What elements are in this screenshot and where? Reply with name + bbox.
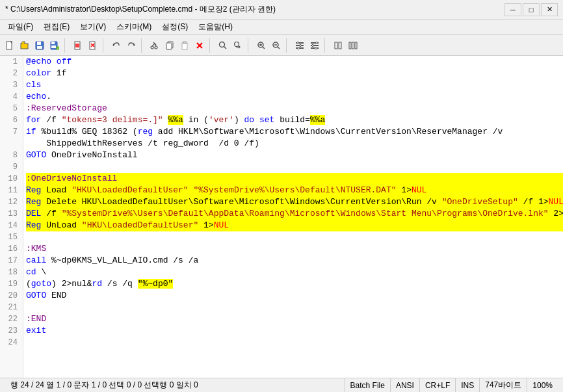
code-line: echo. — [26, 91, 563, 103]
toolbar-settings1[interactable] — [293, 38, 307, 53]
svg-point-20 — [155, 46, 157, 49]
menu-file[interactable]: 파일(F) — [3, 20, 38, 34]
svg-line-21 — [152, 44, 155, 46]
svg-rect-25 — [166, 43, 172, 49]
toolbar-column1[interactable] — [331, 38, 345, 53]
svg-rect-5 — [37, 46, 42, 49]
toolbar-open[interactable] — [18, 38, 32, 53]
editor-content[interactable]: 123456789101112131415161718192021222324 … — [0, 56, 563, 378]
toolbar-sep2 — [103, 38, 107, 53]
svg-point-45 — [300, 44, 302, 46]
toolbar-sep1 — [64, 38, 68, 53]
minimize-button[interactable]: ─ — [504, 3, 521, 16]
code-line — [26, 161, 563, 173]
line-number: 7 — [3, 126, 18, 138]
menu-bar: 파일(F) 편집(E) 보기(V) 스키마(M) 설정(S) 도움말(H) — [0, 20, 563, 35]
svg-rect-2 — [21, 44, 28, 49]
toolbar-save[interactable] — [33, 38, 47, 53]
line-numbers: 123456789101112131415161718192021222324 — [0, 56, 23, 378]
code-line: exit — [26, 325, 563, 337]
status-zoom[interactable]: 100% — [527, 378, 558, 392]
line-number: 8 — [3, 150, 18, 161]
toolbar-close2[interactable] — [86, 38, 100, 53]
line-number: 22 — [3, 313, 18, 325]
code-line: Reg UnLoad "HKU\LoadedDefaultUser" 1>NUL — [26, 220, 563, 231]
svg-rect-0 — [7, 42, 12, 49]
toolbar-paste[interactable] — [177, 38, 192, 53]
code-line: cls — [26, 79, 563, 91]
toolbar-copy[interactable] — [163, 38, 177, 53]
svg-point-32 — [235, 42, 239, 46]
code-line: GOTO END — [26, 290, 563, 302]
status-filetype[interactable]: Batch File — [345, 378, 391, 392]
line-number: 2 — [3, 68, 18, 79]
line-number: 12 — [3, 196, 18, 208]
close-button[interactable]: ✕ — [541, 3, 558, 16]
code-area[interactable]: @echo offcolor 1fclsecho.:ReservedStorag… — [23, 56, 563, 378]
code-line: :ReservedStorage — [26, 103, 563, 114]
code-line — [26, 337, 563, 348]
toolbar-save-as[interactable] — [47, 38, 62, 53]
status-line-ending[interactable]: CR+LF — [420, 378, 456, 392]
menu-settings[interactable]: 설정(S) — [157, 20, 193, 34]
line-number: 3 — [3, 79, 18, 91]
svg-point-30 — [220, 42, 225, 47]
menu-view[interactable]: 보기(V) — [75, 20, 111, 34]
svg-point-52 — [315, 47, 317, 49]
toolbar-settings2[interactable] — [308, 38, 322, 53]
svg-line-39 — [278, 47, 280, 49]
toolbar-delete[interactable] — [192, 38, 207, 53]
line-number: 23 — [3, 325, 18, 337]
line-number: 21 — [3, 302, 18, 313]
line-number: 13 — [3, 208, 18, 220]
toolbar — [0, 35, 563, 56]
status-position: 행 24 / 24 열 1 / 0 문자 1 / 0 선택 0 / 0 선택행 … — [5, 378, 345, 392]
line-number: 11 — [3, 185, 18, 196]
code-line: call %~dp0KMS_VL_ALL_AIO.cmd /s /a — [26, 255, 563, 267]
code-line: Reg Delete HKU\LoadedDefaultUser\Softwar… — [26, 196, 563, 208]
toolbar-column2[interactable] — [346, 38, 360, 53]
code-line: color 1f — [26, 68, 563, 79]
menu-help[interactable]: 도움말(H) — [193, 20, 238, 34]
editor[interactable]: 123456789101112131415161718192021222324 … — [0, 56, 563, 378]
svg-rect-4 — [37, 42, 41, 45]
toolbar-undo[interactable] — [109, 38, 124, 53]
line-number: 15 — [3, 231, 18, 243]
code-line: DEL /f "%SystemDrive%\Users\Default\AppD… — [26, 208, 563, 220]
toolbar-sep6 — [286, 38, 290, 53]
status-filesize: 747바이트 — [480, 378, 527, 392]
svg-point-46 — [298, 47, 300, 49]
svg-rect-7 — [51, 42, 55, 44]
toolbar-sep5 — [248, 38, 252, 53]
code-line: Reg Load "HKU\LoadedDefaultUser" "%Syste… — [26, 185, 563, 196]
maximize-button[interactable]: □ — [523, 3, 540, 16]
toolbar-new[interactable] — [3, 38, 17, 53]
line-number: 20 — [3, 290, 18, 302]
code-line: :END — [26, 313, 563, 325]
toolbar-sep4 — [209, 38, 213, 53]
toolbar-zoom-out[interactable] — [269, 38, 283, 53]
toolbar-find[interactable] — [216, 38, 230, 53]
code-line: @echo off — [26, 56, 563, 68]
line-number: 18 — [3, 267, 18, 278]
code-line: (goto) 2>nul&rd /s /q "%~dp0" — [26, 278, 563, 290]
toolbar-cut[interactable] — [148, 38, 162, 53]
toolbar-replace[interactable] — [231, 38, 245, 53]
window-controls: ─ □ ✕ — [504, 3, 558, 16]
toolbar-zoom-in[interactable] — [254, 38, 268, 53]
svg-rect-53 — [335, 42, 337, 49]
code-line — [26, 231, 563, 243]
toolbar-close[interactable] — [71, 38, 85, 53]
toolbar-redo[interactable] — [124, 38, 138, 53]
status-encoding[interactable]: ANSI — [391, 378, 420, 392]
status-insert-mode[interactable]: INS — [456, 378, 480, 392]
svg-point-51 — [312, 44, 314, 46]
menu-schema[interactable]: 스키마(M) — [111, 20, 157, 34]
code-line: :KMS — [26, 243, 563, 255]
svg-point-44 — [297, 42, 299, 44]
svg-rect-55 — [349, 42, 351, 49]
menu-edit[interactable]: 편집(E) — [38, 20, 75, 34]
code-line: GOTO OneDriveNoInstall — [26, 150, 563, 161]
line-number: 14 — [3, 220, 18, 231]
title-text: * C:\Users\Administrator\Desktop\SetupCo… — [5, 4, 504, 15]
